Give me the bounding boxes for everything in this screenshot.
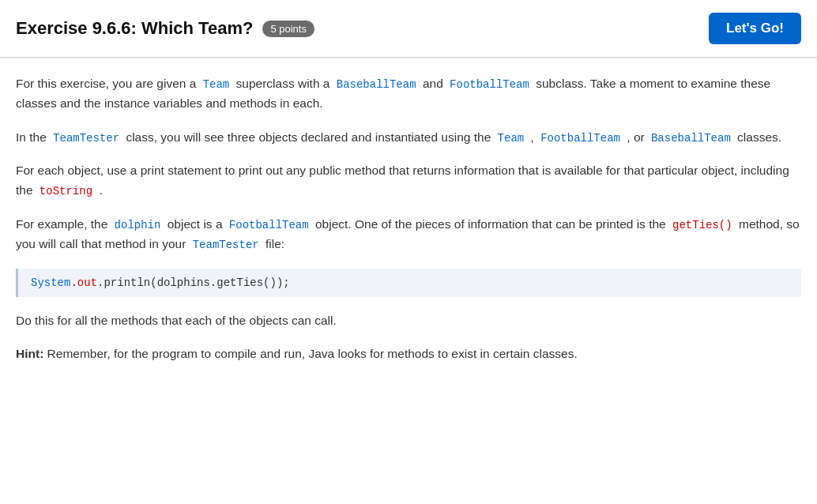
para4-mid: object is a — [168, 217, 226, 231]
para2-football: FootballTeam — [537, 131, 623, 145]
code-dot2: .println(dolphins.getTies()); — [97, 276, 290, 289]
main-content: For this exercise, you are given a Team … — [0, 58, 817, 394]
para1-mid: superclass with a — [236, 77, 330, 90]
para2-baseball: BaseballTeam — [648, 131, 734, 145]
code-system: System — [31, 276, 70, 289]
paragraph-3: For each object, use a print statement t… — [16, 161, 801, 201]
para3-tostring: toString — [36, 184, 96, 198]
para2-comma: , — [531, 130, 538, 144]
para2-teamtester: TeamTester — [50, 131, 122, 145]
paragraph-1: For this exercise, you are given a Team … — [16, 74, 801, 114]
para4-dolphin: dolphin — [111, 218, 164, 232]
page-header: Exercise 9.6.6: Which Team? 5 points Let… — [0, 0, 817, 58]
para1-and: and — [423, 77, 443, 90]
code-out: out — [77, 276, 97, 289]
para2-or: , or — [627, 130, 648, 144]
hint-paragraph: Hint: Remember, for the program to compi… — [16, 344, 801, 364]
page-title: Exercise 9.6.6: Which Team? — [16, 18, 253, 39]
para2-team: Team — [495, 131, 528, 145]
para4-after: file: — [265, 237, 284, 250]
para4-teamtester: TeamTester — [190, 238, 262, 252]
para5-text: Do this for all the methods that each of… — [16, 314, 337, 327]
para1-team: Team — [200, 77, 233, 92]
para4-before: For example, the — [16, 217, 111, 231]
paragraph-2: In the TeamTester class, you will see th… — [16, 128, 801, 148]
para3-before: For each object, use a print statement t… — [16, 164, 789, 197]
para4-football: FootballTeam — [226, 218, 312, 232]
paragraph-4: For example, the dolphin object is a Foo… — [16, 215, 801, 254]
header-left: Exercise 9.6.6: Which Team? 5 points — [16, 18, 314, 39]
para2-mid: class, you will see three objects declar… — [126, 130, 491, 144]
code-dot1: . — [70, 276, 77, 289]
para1-baseball: BaseballTeam — [333, 77, 420, 92]
para2-before: In the — [16, 130, 47, 144]
hint-label: Hint: — [16, 347, 43, 360]
code-block: System.out.println(dolphins.getTies()); — [16, 269, 801, 297]
hint-content: Remember, for the program to compile and… — [47, 347, 578, 360]
para1-football: FootballTeam — [446, 77, 533, 92]
para1-before: For this exercise, you are given a — [16, 77, 196, 90]
points-badge: 5 points — [262, 21, 314, 37]
paragraph-5: Do this for all the methods that each of… — [16, 311, 801, 331]
para4-getties: getTies() — [669, 218, 736, 232]
para3-after: . — [99, 183, 102, 197]
para4-mid2: object. One of the pieces of information… — [315, 217, 669, 231]
lets-go-button[interactable]: Let's Go! — [709, 13, 801, 44]
para2-after: classes. — [737, 130, 781, 144]
